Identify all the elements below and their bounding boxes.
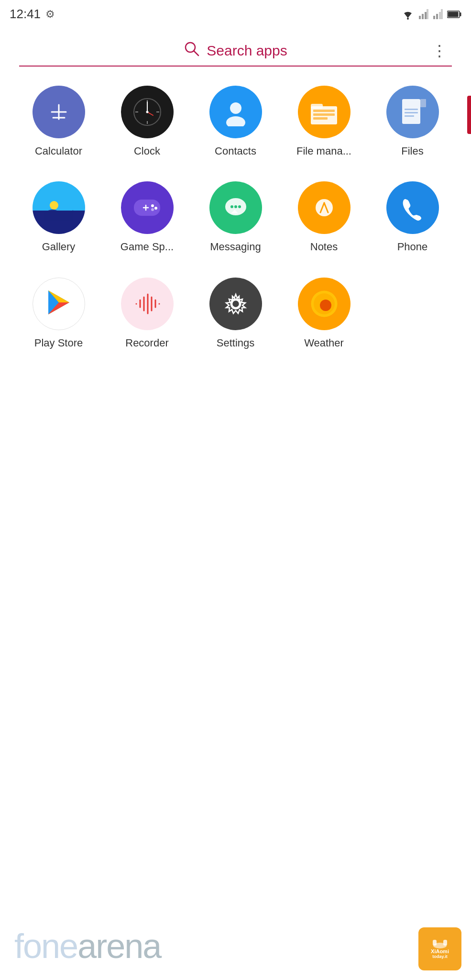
svg-point-0 — [407, 18, 409, 20]
gamespace-label: Game Sp... — [120, 241, 174, 253]
svg-rect-29 — [313, 110, 335, 112]
app-grid: Calculator Clock — [0, 67, 471, 354]
svg-point-68 — [433, 943, 447, 948]
status-left: 12:41 ⚙ — [10, 7, 55, 22]
gallery-label: Gallery — [42, 241, 76, 253]
app-item-gallery[interactable]: Gallery — [14, 177, 103, 258]
xiaomi-text: XiAomi — [431, 948, 449, 954]
svg-rect-32 — [402, 99, 420, 124]
app-item-notes[interactable]: Notes — [280, 177, 368, 258]
files-label: Files — [401, 145, 423, 157]
xiaomi-badge: XiAomi today.it — [418, 927, 461, 970]
search-container: Search apps ⋮ — [19, 41, 452, 61]
svg-rect-3 — [425, 12, 427, 19]
settings-icon — [209, 278, 262, 330]
files-icon — [386, 86, 439, 138]
svg-line-13 — [194, 51, 198, 56]
svg-rect-4 — [427, 9, 428, 19]
contacts-icon — [209, 86, 262, 138]
svg-rect-10 — [460, 12, 461, 16]
app-item-settings[interactable]: Settings — [191, 273, 280, 354]
calculator-label: Calculator — [35, 145, 82, 157]
watermark: fonearena — [14, 926, 161, 966]
recorder-icon — [121, 278, 174, 330]
svg-rect-6 — [436, 14, 438, 19]
calculator-icon — [33, 86, 85, 138]
phone-icon — [386, 181, 439, 234]
app-item-gamespace[interactable]: Game Sp... — [103, 177, 191, 258]
app-item-files[interactable]: Files — [368, 81, 457, 162]
weather-label: Weather — [304, 337, 344, 349]
status-right — [401, 9, 461, 20]
svg-point-24 — [146, 111, 148, 113]
settings-label: Settings — [217, 337, 255, 349]
app-item-phone[interactable]: Phone — [368, 177, 457, 258]
notes-icon — [298, 181, 351, 234]
watermark-fone: fone — [14, 927, 77, 965]
status-time: 12:41 — [10, 7, 41, 22]
clock-icon — [121, 86, 174, 138]
scroll-indicator[interactable] — [467, 96, 471, 134]
playstore-label: Play Store — [34, 337, 83, 349]
filemanager-label: File mana... — [296, 145, 351, 157]
svg-point-49 — [238, 205, 241, 208]
weather-icon — [298, 278, 351, 330]
app-item-contacts[interactable]: Contacts — [191, 81, 280, 162]
signal2-icon — [433, 9, 443, 20]
app-item-calculator[interactable]: Calculator — [14, 81, 103, 162]
search-icon — [184, 41, 200, 61]
svg-rect-2 — [422, 14, 424, 19]
svg-rect-1 — [419, 16, 421, 19]
svg-rect-8 — [441, 9, 443, 19]
svg-rect-11 — [448, 11, 459, 17]
app-item-recorder[interactable]: Recorder — [103, 273, 191, 354]
watermark-arena: arena — [77, 927, 161, 965]
signal1-icon — [418, 9, 429, 20]
app-item-clock[interactable]: Clock — [103, 81, 191, 162]
svg-rect-30 — [313, 113, 335, 116]
more-options-button[interactable]: ⋮ — [427, 37, 452, 65]
contacts-label: Contacts — [215, 145, 256, 157]
svg-point-48 — [234, 205, 237, 208]
svg-point-43 — [154, 207, 157, 210]
filemanager-icon — [298, 86, 351, 138]
gallery-icon — [33, 181, 85, 234]
battery-icon — [447, 10, 461, 19]
svg-point-61 — [232, 300, 240, 308]
svg-point-44 — [151, 208, 154, 211]
svg-point-50 — [316, 199, 333, 216]
recorder-label: Recorder — [125, 337, 168, 349]
phone-label: Phone — [397, 241, 428, 253]
svg-rect-37 — [405, 115, 414, 117]
svg-rect-36 — [405, 112, 418, 113]
app-item-playstore[interactable]: Play Store — [14, 273, 103, 354]
search-placeholder-text: Search apps — [207, 43, 287, 59]
svg-point-42 — [151, 204, 154, 207]
app-item-weather[interactable]: Weather — [280, 273, 368, 354]
svg-rect-34 — [420, 99, 426, 107]
messaging-label: Messaging — [210, 241, 261, 253]
svg-point-26 — [226, 116, 245, 126]
app-item-filemanager[interactable]: File mana... — [280, 81, 368, 162]
gamespace-icon — [121, 181, 174, 234]
app-item-messaging[interactable]: Messaging — [191, 177, 280, 258]
clock-label: Clock — [134, 145, 160, 157]
playstore-icon — [33, 278, 85, 330]
svg-rect-5 — [433, 16, 435, 19]
xiaomi-url: today.it — [432, 954, 447, 959]
status-bar: 12:41 ⚙ — [0, 0, 471, 26]
wifi-icon — [401, 9, 415, 20]
notes-label: Notes — [310, 241, 338, 253]
svg-point-47 — [230, 205, 233, 208]
svg-rect-31 — [313, 117, 328, 120]
search-bar[interactable]: Search apps — [19, 41, 452, 61]
svg-rect-28 — [311, 104, 323, 109]
svg-point-25 — [230, 102, 241, 114]
svg-rect-7 — [439, 12, 441, 19]
settings-status-icon: ⚙ — [45, 8, 55, 21]
svg-rect-35 — [405, 109, 418, 110]
svg-point-64 — [320, 300, 331, 311]
messaging-icon — [209, 181, 262, 234]
svg-point-38 — [50, 201, 58, 210]
